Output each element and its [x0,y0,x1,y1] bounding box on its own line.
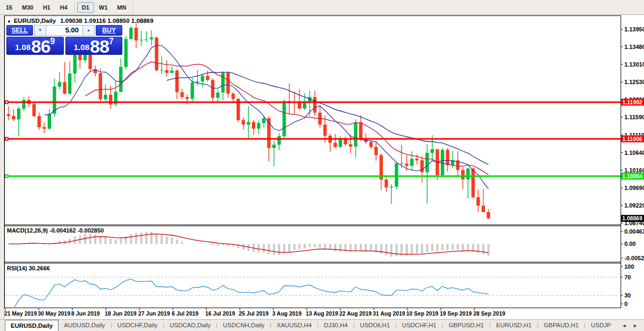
chart-ohlc-values: 1.09038 1.09116 1.08850 1.08869 [60,18,153,24]
buy-price-big-digits: 88 [90,39,109,54]
toolbar-separator [133,3,133,12]
tab-scroll-controls: ◄► [618,320,644,331]
svg-text:1.08869: 1.08869 [622,215,642,221]
chart-tab-usdcad-daily[interactable]: USDCAD,Daily [164,320,216,331]
window-edge-gutter [0,15,4,319]
chart-tab-usdoil-h1[interactable]: USDOil,H1 [355,320,395,331]
svg-text:21 May 2019: 21 May 2019 [4,310,37,317]
svg-text:13 Aug 2019: 13 Aug 2019 [306,310,338,317]
svg-text:18 Jun 2019: 18 Jun 2019 [105,310,137,317]
svg-text:1.13950: 1.13950 [624,26,644,32]
svg-text:0.00: 0.00 [624,241,635,247]
rsi-indicator-label: RSI(14) 30.2666 [7,265,50,271]
svg-text:31 Aug 2019: 31 Aug 2019 [373,310,405,317]
chart-tab-xauusd-h4[interactable]: XAUUSD,H4 [271,320,317,331]
svg-text:22 Aug 2019: 22 Aug 2019 [339,310,372,317]
timeframe-toolbar: 15M30H1H4D1W1MN [0,0,644,15]
sell-price-prefix: 1.08 [15,43,30,52]
tab-scroll-left-icon[interactable]: ◄ [618,323,630,328]
svg-text:1.09220: 1.09220 [624,202,644,209]
timeframe-button-D1[interactable]: D1 [77,2,94,13]
svg-text:30: 30 [624,292,631,299]
collapse-triangle-icon[interactable]: ▲ [7,19,11,23]
svg-text:1.11992: 1.11992 [622,99,642,105]
chart-tab-eurusd-daily[interactable]: EURUSD,Daily [5,320,58,331]
date-axis[interactable]: 21 May 201930 May 20198 Jun 201918 Jun 2… [4,308,505,317]
macd-indicator-label: MACD(12,26,9) -0.004162 -0.002850 [7,227,104,234]
svg-text:1.11006: 1.11006 [622,136,642,142]
chart-tab-audusd-daily[interactable]: AUDUSD,Daily [58,320,110,331]
buy-price-box[interactable]: 1.08 88 7 [65,37,123,55]
chart-tab-gbpaud-h1[interactable]: GBPAUD,H1 [539,320,584,331]
sell-button[interactable]: SELL [6,25,33,36]
svg-text:6 Jul 2019: 6 Jul 2019 [172,310,198,317]
buy-price-pipette: 7 [109,37,114,46]
svg-text:-0.005299: -0.005299 [624,255,644,261]
svg-text:8 Jun 2019: 8 Jun 2019 [71,310,100,317]
svg-text:0: 0 [624,301,628,307]
chart-tab-gbpusd-h1[interactable]: GBPUSD,H1 [444,320,489,331]
svg-text:1.13480: 1.13480 [624,44,644,50]
chart-tab-usdcnh-daily[interactable]: USDCNH,Daily [218,320,270,331]
svg-text:30 May 2019: 30 May 2019 [38,310,70,317]
svg-text:1.10004: 1.10004 [622,173,642,179]
svg-text:1.11590: 1.11590 [624,114,644,120]
svg-text:1.09690: 1.09690 [624,185,644,191]
chart-symbol-label: EURUSD,Daily [14,18,56,24]
one-click-trade-panel: SELL ▾ 5.00 ▴ BUY 1.08 86 9 1.08 88 7 [6,25,122,55]
svg-text:3 Aug 2019: 3 Aug 2019 [272,310,302,317]
tab-scroll-right-icon[interactable]: ► [630,323,641,328]
timeframe-button-15[interactable]: 15 [1,2,17,13]
chart-tab-usdchf-h1[interactable]: USDCHF,H1 [397,320,442,331]
volume-decrease-button[interactable]: ▾ [35,26,46,35]
svg-text:10 Sep 2019: 10 Sep 2019 [406,310,438,317]
svg-text:0.00463: 0.00463 [624,228,644,235]
chart-title: ▲EURUSD,Daily1.09038 1.09116 1.08850 1.0… [7,18,153,24]
sell-price-big-digits: 86 [31,39,50,54]
chart-tab-dj30-h4[interactable]: DJ30,H4 [319,320,353,331]
chart-tab-usdjp[interactable]: USDJP [586,320,616,331]
timeframe-button-H4[interactable]: H4 [55,2,72,13]
timeframe-button-MN[interactable]: MN [112,2,131,13]
svg-text:1.12530: 1.12530 [624,79,644,85]
volume-input[interactable]: 5.00 [46,26,82,35]
volume-spinner: ▾ 5.00 ▴ [34,25,95,36]
chart-tab-bar: EURUSD,DailyAUDUSD,Daily|USDCHF,Daily|US… [0,319,644,331]
sell-price-box[interactable]: 1.08 86 9 [6,37,64,55]
toolbar-separator [74,3,75,12]
svg-text:25 Jul 2019: 25 Jul 2019 [239,310,269,317]
buy-button[interactable]: BUY [96,25,122,36]
price-axis[interactable]: 1.139501.134801.130101.125301.120601.115… [621,26,644,226]
chart-tab-usdchf-daily[interactable]: USDCHF,Daily [112,320,163,331]
timeframe-button-M30[interactable]: M30 [17,2,38,13]
timeframe-button-W1[interactable]: W1 [94,2,113,13]
svg-text:100: 100 [624,263,634,270]
svg-text:28 Sep 2019: 28 Sep 2019 [473,310,505,317]
buy-price-prefix: 1.08 [74,43,89,52]
svg-text:1.13010: 1.13010 [624,61,644,68]
svg-text:19 Sep 2019: 19 Sep 2019 [440,310,472,317]
volume-increase-button[interactable]: ▴ [82,26,94,35]
svg-text:16 Jul 2019: 16 Jul 2019 [205,310,235,317]
chart-frame [5,16,621,308]
timeframe-button-H1[interactable]: H1 [38,2,55,13]
svg-text:27 Jun 2019: 27 Jun 2019 [138,310,170,317]
macd-axis: 0.004630.00-0.005299 [621,228,644,261]
chart-tab-eurusd-h1[interactable]: EURUSD,H1 [491,320,537,331]
sell-price-pipette: 9 [50,37,55,46]
svg-text:1.10640: 1.10640 [624,150,644,156]
svg-text:70: 70 [624,274,631,280]
rsi-axis: 10070300 [621,263,634,307]
